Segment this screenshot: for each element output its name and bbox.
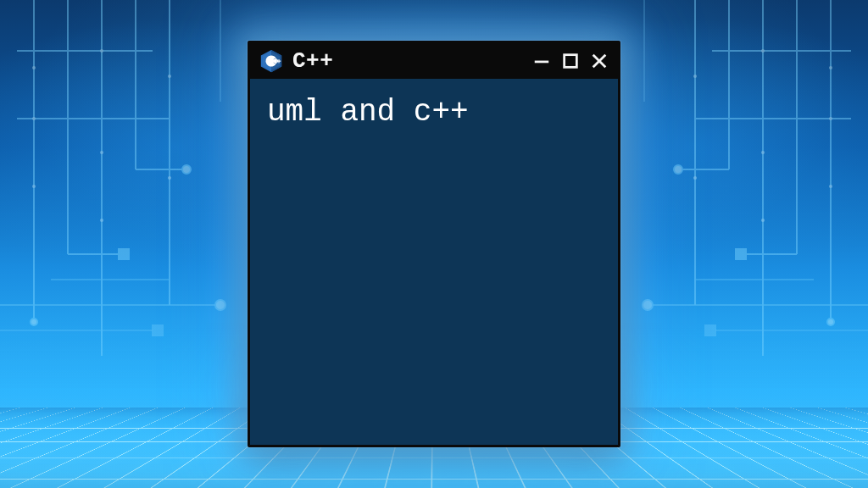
svg-point-6 (215, 300, 225, 310)
svg-point-11 (32, 117, 36, 120)
terminal-text: uml and c++ (267, 94, 601, 130)
maximize-button[interactable] (560, 51, 581, 71)
cpp-logo-icon (259, 48, 284, 74)
svg-point-12 (32, 185, 36, 188)
svg-rect-1 (119, 249, 129, 259)
svg-point-16 (168, 75, 171, 78)
svg-point-18 (829, 66, 832, 69)
svg-point-25 (693, 176, 697, 180)
svg-rect-32 (277, 61, 281, 62)
svg-point-13 (100, 49, 103, 53)
window-controls (531, 51, 609, 71)
svg-point-17 (168, 176, 171, 180)
close-button[interactable] (589, 51, 609, 71)
svg-point-14 (100, 151, 103, 154)
terminal-content[interactable]: uml and c++ (250, 79, 618, 445)
titlebar[interactable]: C++ (250, 43, 618, 79)
svg-rect-34 (565, 55, 577, 68)
svg-point-15 (100, 219, 103, 222)
svg-point-24 (693, 75, 697, 78)
svg-point-5 (674, 165, 682, 174)
svg-point-2 (182, 165, 191, 174)
svg-point-8 (643, 300, 653, 310)
svg-rect-30 (273, 61, 276, 62)
app-window: C++ uml and c++ (248, 41, 620, 447)
svg-point-10 (32, 66, 36, 69)
svg-point-20 (829, 185, 832, 188)
window-title: C++ (292, 48, 523, 74)
minimize-button[interactable] (531, 51, 552, 71)
svg-point-21 (761, 49, 765, 53)
svg-point-23 (761, 219, 765, 222)
svg-rect-4 (736, 249, 746, 259)
svg-point-19 (829, 117, 832, 120)
svg-point-22 (761, 151, 765, 154)
